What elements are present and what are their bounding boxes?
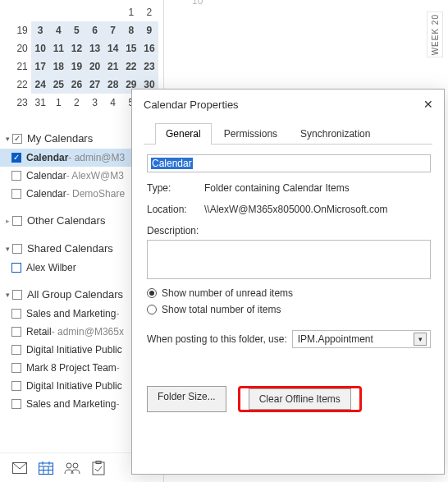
week-number: [13, 3, 31, 21]
mail-icon[interactable]: [7, 457, 33, 480]
calendar-suffix: - DemoShare: [66, 188, 125, 200]
week-label: WEEK 20: [431, 14, 440, 55]
week-number: 20: [13, 39, 31, 57]
clear-offline-items-button[interactable]: Clear Offline Items: [249, 388, 351, 410]
day-cell[interactable]: 9: [140, 21, 158, 39]
tab-synchronization[interactable]: Synchronization: [290, 123, 381, 145]
radio-unread[interactable]: Show number of unread items: [147, 279, 431, 299]
day-cell[interactable]: 8: [122, 21, 140, 39]
description-input[interactable]: [147, 240, 431, 279]
people-icon[interactable]: [59, 457, 85, 480]
day-cell[interactable]: 28: [104, 76, 122, 94]
calendar-checkbox[interactable]: [11, 189, 21, 199]
dialog-tabs: General Permissions Synchronization: [144, 116, 432, 145]
close-icon[interactable]: ✕: [419, 98, 437, 111]
day-cell[interactable]: 23: [140, 57, 158, 76]
group-label: Shared Calendars: [27, 242, 113, 255]
day-cell[interactable]: 2: [67, 94, 85, 112]
day-cell[interactable]: 3: [86, 94, 104, 112]
day-cell[interactable]: 4: [49, 21, 67, 39]
calendar-label: Mark 8 Project Team: [26, 362, 117, 374]
day-cell[interactable]: [31, 3, 49, 21]
chevron-down-icon: ▾: [2, 245, 12, 253]
calendar-checkbox[interactable]: [11, 399, 21, 409]
day-cell[interactable]: 14: [104, 39, 122, 57]
tab-permissions[interactable]: Permissions: [213, 123, 288, 145]
calendar-suffix: - admin@M3: [68, 152, 125, 163]
posting-label: When posting to this folder, use:: [147, 333, 287, 345]
group-checkbox[interactable]: [12, 216, 22, 226]
highlight-annotation: Clear Offline Items: [238, 386, 362, 412]
description-label: Description:: [147, 225, 199, 236]
day-cell[interactable]: 20: [86, 57, 104, 76]
chevron-down-icon: ▾: [2, 291, 12, 299]
day-cell[interactable]: [49, 3, 67, 21]
folder-size-button[interactable]: Folder Size...: [147, 386, 226, 412]
day-cell[interactable]: 26: [67, 76, 85, 94]
calendar-checkbox[interactable]: [11, 263, 21, 273]
day-cell[interactable]: 22: [122, 57, 140, 76]
chevron-right-icon: ▸: [2, 217, 12, 225]
day-cell[interactable]: 21: [104, 57, 122, 76]
week-number: 23: [13, 94, 31, 112]
radio-total[interactable]: Show total number of items: [147, 299, 431, 315]
day-cell[interactable]: [67, 3, 85, 21]
group-label: All Group Calendars: [27, 288, 123, 301]
day-cell[interactable]: 5: [67, 21, 85, 39]
calendar-suffix: -: [116, 308, 119, 319]
day-cell[interactable]: 31: [31, 94, 49, 112]
calendar-suffix: -: [117, 362, 120, 374]
calendar-checkbox[interactable]: [11, 345, 21, 355]
day-cell[interactable]: 1: [49, 94, 67, 112]
calendar-label: Sales and Marketing: [26, 398, 116, 410]
day-cell[interactable]: 16: [140, 39, 158, 57]
calendar-checkbox[interactable]: [11, 171, 21, 181]
day-cell[interactable]: [86, 3, 104, 21]
calendar-label: Alex Wilber: [26, 262, 76, 273]
svg-point-9: [73, 463, 78, 468]
day-cell[interactable]: 4: [104, 94, 122, 112]
day-cell[interactable]: 10: [31, 39, 49, 57]
day-cell[interactable]: 7: [104, 21, 122, 39]
day-cell[interactable]: 18: [49, 57, 67, 76]
day-cell[interactable]: 11: [49, 39, 67, 57]
svg-rect-1: [39, 463, 53, 475]
day-cell[interactable]: 6: [86, 21, 104, 39]
day-cell[interactable]: 24: [31, 76, 49, 94]
day-cell[interactable]: [104, 3, 122, 21]
day-cell[interactable]: 19: [67, 57, 85, 76]
svg-rect-10: [93, 462, 104, 475]
calendar-checkbox[interactable]: [11, 309, 21, 319]
calendar-icon[interactable]: [33, 457, 59, 480]
calendar-checkbox[interactable]: [11, 363, 21, 373]
folder-name-input[interactable]: Calendar: [147, 154, 431, 172]
day-cell[interactable]: 3: [31, 21, 49, 39]
day-cell[interactable]: 12: [67, 39, 85, 57]
day-cell[interactable]: 17: [31, 57, 49, 76]
calendar-label: Calendar: [26, 188, 66, 200]
day-cell[interactable]: 27: [86, 76, 104, 94]
group-label: My Calendars: [27, 132, 93, 145]
calendar-checkbox[interactable]: [11, 327, 21, 337]
day-cell[interactable]: 1: [122, 3, 140, 21]
posting-select[interactable]: IPM.Appointment ▾: [292, 330, 431, 348]
posting-value: IPM.Appointment: [298, 333, 373, 345]
group-checkbox[interactable]: [12, 244, 22, 254]
radio-label: Show total number of items: [162, 304, 281, 315]
day-cell[interactable]: 15: [122, 39, 140, 57]
tab-general[interactable]: General: [155, 123, 212, 145]
group-checkbox[interactable]: [12, 134, 22, 144]
day-cell[interactable]: 2: [140, 3, 158, 21]
calendar-checkbox[interactable]: [11, 381, 21, 391]
calendar-suffix: - admin@M365x: [52, 326, 124, 337]
location-label: Location:: [147, 204, 204, 215]
day-cell[interactable]: 13: [86, 39, 104, 57]
week-strip[interactable]: WEEK 20: [427, 11, 443, 57]
svg-point-8: [66, 463, 71, 468]
week-number: 21: [13, 57, 31, 76]
day-cell[interactable]: 25: [49, 76, 67, 94]
calendar-checkbox[interactable]: [11, 153, 21, 163]
group-checkbox[interactable]: [12, 290, 22, 300]
tasks-icon[interactable]: [85, 457, 112, 480]
week-number: 19: [13, 21, 31, 39]
